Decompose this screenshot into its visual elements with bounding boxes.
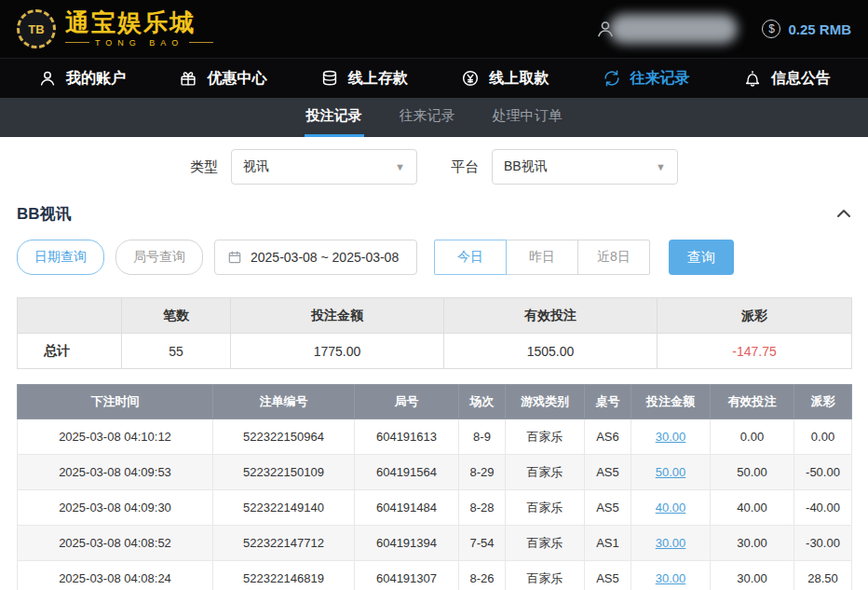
valid-bet-cell: 50.00 xyxy=(711,455,794,490)
session-cell: 7-54 xyxy=(459,526,506,561)
chevron-down-icon: ▼ xyxy=(395,161,405,172)
chevron-down-icon: ▼ xyxy=(656,161,666,172)
nav-label: 我的账户 xyxy=(66,69,126,89)
last-8-days-button[interactable]: 近8日 xyxy=(577,240,650,275)
tab-label: 投注记录 xyxy=(306,107,362,125)
col-round-number: 局号 xyxy=(355,385,459,419)
balance-amount: 0.25 RMB xyxy=(788,21,851,37)
logo-text: 通宝娱乐城 TONG BAO xyxy=(65,10,213,47)
bet-amount-cell: 30.00 xyxy=(631,526,711,561)
order-number-cell: 522322147712 xyxy=(213,526,355,561)
calendar-icon xyxy=(227,250,242,265)
type-select-value: 视讯 xyxy=(243,158,269,175)
collapse-chevron-up-icon[interactable] xyxy=(836,209,851,218)
bet-amount-link[interactable]: 50.00 xyxy=(656,465,686,479)
user-account-area[interactable] xyxy=(594,14,738,44)
bell-icon xyxy=(742,68,763,89)
bet-time-cell: 2025-03-08 04:08:24 xyxy=(18,561,213,590)
tab-transaction-records[interactable]: 往来记录 xyxy=(398,98,457,137)
date-query-button[interactable]: 日期查询 xyxy=(17,240,104,275)
col-bet-amount: 投注金额 xyxy=(631,385,711,419)
bet-records-table: 下注时间 注单编号 局号 场次 游戏类别 桌号 投注金额 有效投注 派彩 202… xyxy=(17,384,852,590)
game-type-cell: 百家乐 xyxy=(506,419,585,455)
type-label: 类型 xyxy=(190,158,218,176)
withdraw-icon xyxy=(460,68,481,89)
table-number-cell: AS5 xyxy=(585,561,631,590)
currency-symbol: $ xyxy=(768,22,775,35)
tab-bet-records[interactable]: 投注记录 xyxy=(305,98,364,137)
session-cell: 8-26 xyxy=(459,561,506,590)
logo-subtitle: TONG BAO xyxy=(95,38,183,48)
session-cell: 8-29 xyxy=(459,455,506,490)
bet-time-cell: 2025-03-08 04:08:52 xyxy=(18,526,213,561)
valid-bet-cell: 30.00 xyxy=(711,526,794,561)
logo-subtitle-row: TONG BAO xyxy=(65,38,213,48)
bet-amount-link[interactable]: 30.00 xyxy=(656,430,686,444)
toolbar: 日期查询 局号查询 2025-03-08 ~ 2025-03-08 今日 昨日 … xyxy=(17,240,851,275)
platform-filter-group: 平台 BB视讯 ▼ xyxy=(451,149,678,185)
payout-cell: -40.00 xyxy=(794,490,852,526)
bet-amount-link[interactable]: 40.00 xyxy=(656,501,686,515)
type-select[interactable]: 视讯 ▼ xyxy=(231,149,417,185)
bet-time-cell: 2025-03-08 04:09:53 xyxy=(18,455,213,490)
summary-header-count: 笔数 xyxy=(122,298,231,334)
summary-valid-bet: 1505.00 xyxy=(444,334,658,369)
summary-header-blank xyxy=(18,298,122,334)
round-query-button[interactable]: 局号查询 xyxy=(115,240,203,275)
bet-time-cell: 2025-03-08 04:09:30 xyxy=(18,490,213,526)
platform-select[interactable]: BB视讯 ▼ xyxy=(492,149,678,185)
bet-amount-link[interactable]: 30.00 xyxy=(656,571,686,585)
col-game-type: 游戏类别 xyxy=(506,385,585,419)
col-order-number: 注单编号 xyxy=(213,385,355,419)
valid-bet-cell: 40.00 xyxy=(711,490,794,526)
platform-select-value: BB视讯 xyxy=(504,158,548,175)
payout-cell: -50.00 xyxy=(794,455,852,490)
session-cell: 8-28 xyxy=(459,490,506,526)
round-number-cell: 604191484 xyxy=(355,490,459,526)
quick-range-group: 今日 昨日 近8日 xyxy=(434,240,650,275)
search-button[interactable]: 查询 xyxy=(669,240,734,275)
nav-item-deposit[interactable]: 线上存款 xyxy=(319,68,408,89)
top-header: TB 通宝娱乐城 TONG BAO $ 0.25 RMB xyxy=(0,0,868,58)
date-range-input[interactable]: 2025-03-08 ~ 2025-03-08 xyxy=(214,240,417,275)
summary-header-payout: 派彩 xyxy=(658,298,852,334)
round-number-cell: 604191307 xyxy=(355,561,459,590)
yesterday-button[interactable]: 昨日 xyxy=(506,240,578,275)
valid-bet-cell: 0.00 xyxy=(711,419,794,455)
logo[interactable]: TB 通宝娱乐城 TONG BAO xyxy=(17,9,213,48)
table-number-cell: AS5 xyxy=(585,455,631,490)
filter-row: 类型 视讯 ▼ 平台 BB视讯 ▼ xyxy=(0,148,868,185)
bet-amount-cell: 30.00 xyxy=(631,419,711,455)
main-nav: 我的账户 优惠中心 线上存款 线上取款 往来记录 信息公告 xyxy=(0,58,868,98)
today-button[interactable]: 今日 xyxy=(434,240,507,275)
nav-label: 往来记录 xyxy=(631,69,690,89)
nav-item-announcements[interactable]: 信息公告 xyxy=(742,68,831,89)
bet-amount-cell: 50.00 xyxy=(631,455,711,490)
nav-item-promotions[interactable]: 优惠中心 xyxy=(178,68,266,89)
table-number-cell: AS6 xyxy=(585,419,631,455)
tab-pending-orders[interactable]: 处理中订单 xyxy=(491,98,564,137)
type-filter-group: 类型 视讯 ▼ xyxy=(190,149,417,185)
summary-payout-value: -147.75 xyxy=(732,344,776,359)
summary-count: 55 xyxy=(122,334,231,369)
session-cell: 8-9 xyxy=(459,419,506,455)
nav-item-records[interactable]: 往来记录 xyxy=(602,68,690,89)
bet-amount-link[interactable]: 30.00 xyxy=(656,536,686,550)
summary-payout: -147.75 xyxy=(658,334,852,369)
nav-item-my-account[interactable]: 我的账户 xyxy=(37,68,126,89)
order-number-cell: 522322150109 xyxy=(213,455,355,490)
table-row: 2025-03-08 04:08:24 522322146819 6041913… xyxy=(18,561,852,590)
decorative-line xyxy=(189,42,213,43)
bet-time-cell: 2025-03-08 04:10:12 xyxy=(18,419,213,455)
bet-table-header-row: 下注时间 注单编号 局号 场次 游戏类别 桌号 投注金额 有效投注 派彩 xyxy=(18,385,852,419)
currency-coin-icon: $ xyxy=(762,20,780,38)
nav-item-withdraw[interactable]: 线上取款 xyxy=(460,68,549,89)
col-bet-time: 下注时间 xyxy=(18,385,213,419)
col-session: 场次 xyxy=(459,385,506,419)
valid-bet-cell: 30.00 xyxy=(711,561,794,590)
bet-amount-cell: 40.00 xyxy=(631,490,711,526)
round-number-cell: 604191564 xyxy=(355,455,459,490)
decorative-line xyxy=(65,42,89,43)
casino-chip-icon: TB xyxy=(17,9,56,48)
tab-label: 往来记录 xyxy=(400,107,455,125)
